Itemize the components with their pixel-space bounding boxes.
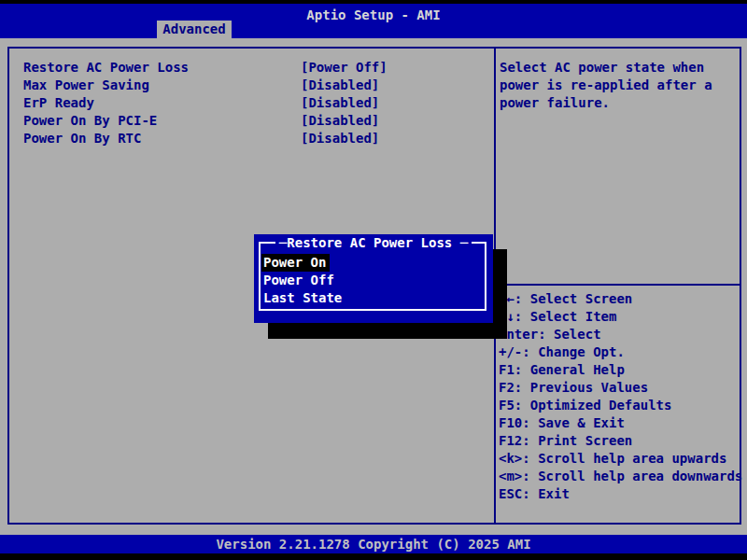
dialog-option-label: Last State [261, 289, 345, 307]
setting-value: [Disabled] [301, 112, 379, 130]
help-text-line: power failure. [500, 94, 738, 112]
hotkey-scroll-up: <k>: Scroll help area upwards [499, 450, 743, 468]
hotkey-select-screen: →←: Select Screen [499, 290, 743, 308]
hotkey-f10-save-exit: F10: Save & Exit [499, 414, 743, 432]
setting-label: Power On By PCI-E [23, 113, 157, 128]
setting-label: Power On By RTC [23, 131, 141, 146]
setting-row-erp-ready[interactable]: ErP Ready [Disabled] [23, 94, 472, 112]
setting-label: ErP Ready [23, 95, 94, 110]
hotkey-scroll-down: <m>: Scroll help area downwards [499, 468, 743, 485]
dialog-title: Restore AC Power Loss [275, 235, 472, 250]
setting-label: Max Power Saving [23, 77, 149, 92]
dialog-option-power-on[interactable]: Power On [263, 254, 478, 272]
dialog-option-power-off[interactable]: Power Off [263, 272, 478, 289]
hotkey-f5-optimized-defaults: F5: Optimized Defaults [499, 397, 743, 414]
dialog-option-label: Power On [261, 254, 330, 272]
tab-advanced[interactable]: Advanced [157, 21, 232, 38]
setting-row-restore-ac-power-loss[interactable]: Restore AC Power Loss [Power Off] [23, 59, 472, 77]
setup-title: Aptio Setup - AMI [0, 7, 747, 22]
setting-row-power-on-by-pcie[interactable]: Power On By PCI-E [Disabled] [23, 112, 472, 130]
dialog-option-label: Power Off [261, 272, 338, 289]
hotkey-f2-previous-values: F2: Previous Values [499, 379, 743, 397]
dialog-options: Power On Power Off Last State [263, 254, 478, 307]
settings-list: Restore AC Power Loss [Power Off] Max Po… [23, 59, 472, 147]
hotkey-esc-exit: ESC: Exit [499, 485, 743, 503]
hotkey-f12-print-screen: F12: Print Screen [499, 432, 743, 450]
header-bar: Aptio Setup - AMI Advanced [0, 4, 747, 38]
hotkey-enter-select: Enter: Select [499, 326, 743, 343]
setting-label: Restore AC Power Loss [23, 60, 189, 75]
version-bar: Version 2.21.1278 Copyright (C) 2025 AMI [0, 535, 747, 553]
setting-row-power-on-by-rtc[interactable]: Power On By RTC [Disabled] [23, 130, 472, 147]
setting-value: [Power Off] [301, 59, 388, 77]
help-panel: Select AC power state when power is re-a… [500, 59, 738, 112]
hotkey-change-opt: +/-: Change Opt. [499, 343, 743, 361]
setting-value: [Disabled] [301, 130, 379, 147]
hotkey-f1-help: F1: General Help [499, 361, 743, 379]
dialog-option-last-state[interactable]: Last State [263, 289, 478, 307]
setting-value: [Disabled] [301, 77, 379, 94]
dialog-titlebar: Restore AC Power Loss [254, 235, 493, 250]
setting-value: [Disabled] [301, 94, 379, 112]
hotkey-select-item: ↑↓: Select Item [499, 308, 743, 326]
help-text-line: power is re-applied after a [500, 77, 738, 94]
hotkey-legend: →←: Select Screen ↑↓: Select Item Enter:… [499, 290, 743, 503]
bios-setup-screen: Aptio Setup - AMI Advanced Restore AC Po… [0, 0, 747, 560]
panel-divider-horizontal [496, 284, 741, 286]
setting-row-max-power-saving[interactable]: Max Power Saving [Disabled] [23, 77, 472, 94]
restore-ac-power-loss-dialog: Restore AC Power Loss Power On Power Off… [254, 234, 493, 323]
help-text-line: Select AC power state when [500, 59, 738, 77]
